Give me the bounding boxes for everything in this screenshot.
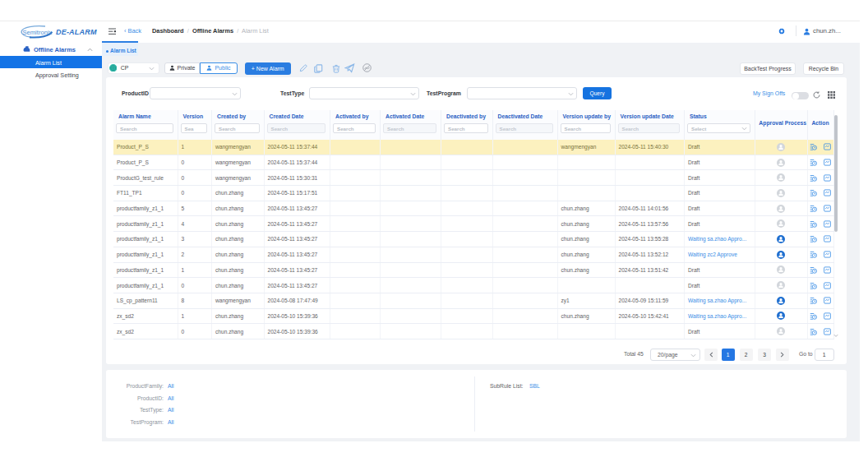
svg-text:Semitronix: Semitronix — [23, 29, 53, 36]
svg-text:DE-ALARM: DE-ALARM — [56, 28, 97, 36]
